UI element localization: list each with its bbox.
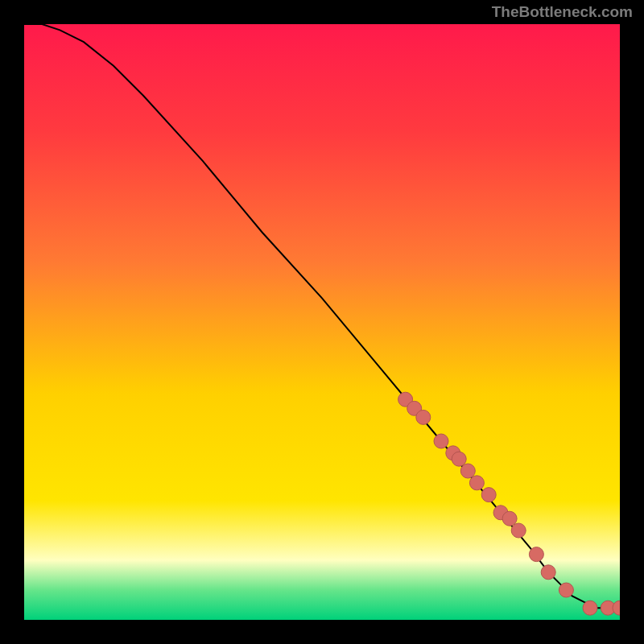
data-marker: [434, 434, 448, 448]
data-marker: [502, 511, 517, 526]
chart-frame: TheBottleneck.com: [0, 0, 644, 644]
data-marker: [511, 523, 526, 538]
data-marker: [416, 410, 431, 424]
data-marker: [469, 476, 484, 490]
data-marker: [452, 452, 466, 466]
chart-svg: [24, 24, 620, 620]
data-marker: [541, 565, 555, 580]
data-marker: [583, 601, 597, 615]
data-marker: [460, 464, 475, 478]
data-marker: [481, 488, 496, 502]
watermark-text: TheBottleneck.com: [492, 3, 633, 21]
data-marker: [529, 547, 543, 562]
gradient-background: [24, 24, 620, 620]
data-marker: [559, 583, 573, 597]
plot-area: [24, 24, 620, 620]
